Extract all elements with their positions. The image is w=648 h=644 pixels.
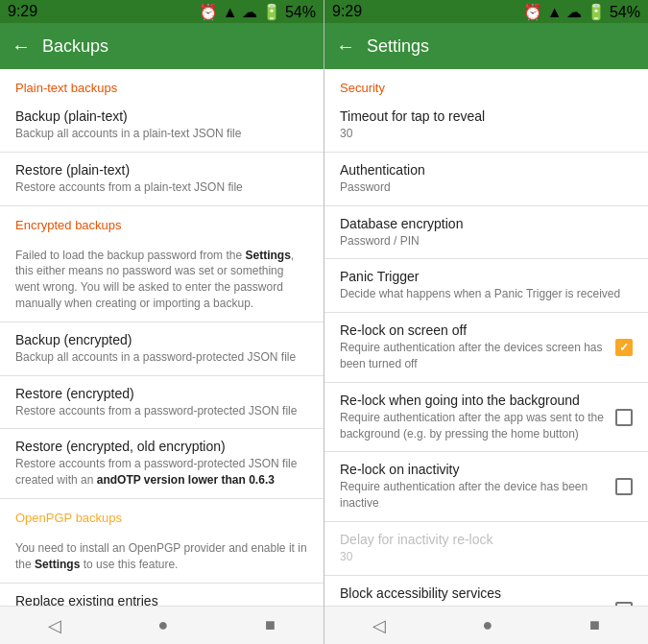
title-right: Settings (367, 36, 429, 57)
back-button-right[interactable]: ← (336, 36, 355, 58)
authentication[interactable]: Authentication Password (324, 153, 648, 206)
block-accessibility[interactable]: Block accessibility services Hide sensit… (324, 576, 648, 606)
title-left: Backups (42, 36, 108, 57)
status-icons-left: ⏰ ▲ ☁ 🔋 54% (199, 3, 316, 21)
section-header-encrypted: Encrypted backups (0, 206, 324, 236)
nav-bar-left: ◁ ● ■ (0, 606, 324, 644)
settings-content: Security Timeout for tap to reveal 30 Au… (324, 69, 648, 606)
panic-trigger[interactable]: Panic Trigger Decide what happens when a… (324, 259, 648, 313)
database-encryption[interactable]: Database encryption Password / PIN (324, 206, 648, 260)
nav-back-left[interactable]: ◁ (48, 615, 61, 636)
status-bar-right: 9:29 ⏰ ▲ ☁ 🔋 54% (324, 0, 648, 23)
status-bar-left: 9:29 ⏰ ▲ ☁ 🔋 54% (0, 0, 324, 23)
relock-inactivity[interactable]: Re-lock on inactivity Require authentica… (324, 452, 648, 522)
nav-recent-right[interactable]: ■ (589, 615, 600, 635)
nav-recent-left[interactable]: ■ (265, 615, 276, 635)
back-button-left[interactable]: ← (12, 36, 31, 58)
backups-content: Plain-text backups Backup (plain-text) B… (0, 69, 324, 606)
backups-screen: 9:29 ⏰ ▲ ☁ 🔋 54% ← Backups Plain-text ba… (0, 0, 324, 644)
relock-screen-off[interactable]: Re-lock on screen off Require authentica… (324, 313, 648, 383)
delay-inactivity: Delay for inactivity re-lock 30 (324, 522, 648, 576)
timeout-tap-reveal[interactable]: Timeout for tap to reveal 30 (324, 99, 648, 153)
backup-encrypted[interactable]: Backup (encrypted) Backup all accounts i… (0, 322, 324, 376)
relock-background-checkbox[interactable] (615, 409, 633, 426)
nav-home-right[interactable]: ● (483, 615, 493, 635)
backup-plain-text[interactable]: Backup (plain-text) Backup all accounts … (0, 99, 324, 153)
toolbar-right: ← Settings (324, 23, 648, 69)
restore-plain-text[interactable]: Restore (plain-text) Restore accounts fr… (0, 153, 324, 206)
section-header-plain-text: Plain-text backups (0, 69, 324, 99)
settings-screen: 9:29 ⏰ ▲ ☁ 🔋 54% ← Settings Security Tim… (324, 0, 648, 644)
replace-existing-entries[interactable]: Replace existing entries If enabled all … (0, 584, 324, 606)
nav-bar-right: ◁ ● ■ (324, 606, 648, 644)
nav-home-left[interactable]: ● (158, 615, 169, 635)
time-left: 9:29 (8, 3, 37, 20)
relock-screen-off-checkbox[interactable] (615, 339, 633, 356)
status-icons-right: ⏰ ▲ ☁ 🔋 54% (523, 3, 640, 21)
encrypted-warning: Failed to load the backup password from … (0, 236, 324, 322)
restore-encrypted[interactable]: Restore (encrypted) Restore accounts fro… (0, 376, 324, 430)
relock-inactivity-checkbox[interactable] (615, 478, 633, 495)
section-header-security: Security (324, 69, 648, 99)
toolbar-left: ← Backups (0, 23, 324, 69)
section-header-openpgp: OpenPGP backups (0, 499, 324, 529)
relock-background[interactable]: Re-lock when going into the background R… (324, 383, 648, 453)
openpgp-info: You need to install an OpenPGP provider … (0, 529, 324, 584)
nav-back-right[interactable]: ◁ (372, 615, 386, 636)
restore-encrypted-old[interactable]: Restore (encrypted, old encryption) Rest… (0, 429, 324, 499)
time-right: 9:29 (332, 3, 362, 20)
